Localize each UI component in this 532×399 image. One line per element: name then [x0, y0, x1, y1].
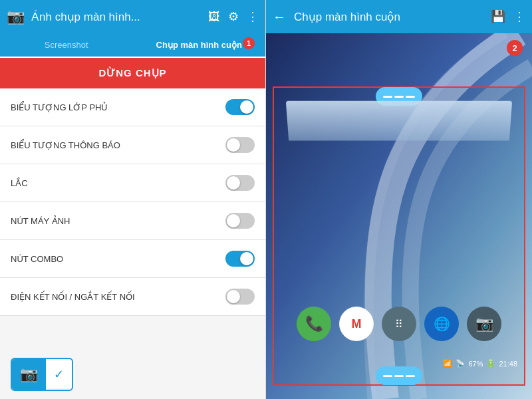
battery-icon: 🔋 — [486, 359, 495, 368]
setting-row-overlay-icon: BIỂU TƯỢNG LỚP PHỦ — [0, 88, 265, 126]
setting-label-connect: ĐIỆN KẾT NỐI / NGẮT KẾT NỐI — [11, 292, 135, 302]
left-footer: 📷 ✓ — [0, 350, 265, 399]
toggle-combo-btn[interactable] — [225, 251, 255, 267]
status-bar: 📶 📡 67% 🔋 21:48 — [274, 359, 524, 368]
setting-row-combo-btn: NÚT COMBO — [0, 240, 265, 278]
tab-bar: Screenshot Chụp màn hình cuộn 1 — [0, 33, 265, 58]
setting-row-connect: ĐIỆN KẾT NỐI / NGẮT KẾT NỐI — [0, 278, 265, 316]
camera-icon: 📷 — [7, 8, 25, 25]
app-icons-row: 📞 M ⠿ 🌐 📷 — [274, 307, 524, 341]
settings-icon[interactable]: ⚙ — [228, 9, 239, 24]
setting-row-shake: LẮC — [0, 164, 265, 202]
chrome-app-icon[interactable]: 🌐 — [424, 307, 459, 341]
camera-app-icon[interactable]: 📷 — [467, 307, 501, 341]
apps-icon[interactable]: ⠿ — [382, 307, 416, 341]
time-display: 21:48 — [499, 360, 517, 368]
gmail-app-icon[interactable]: M — [339, 307, 374, 341]
capture-handle-bottom[interactable] — [376, 366, 422, 385]
toggle-notification-icon[interactable] — [225, 137, 255, 153]
handle-line-6 — [406, 375, 415, 377]
left-header-title: Ảnh chụp màn hình... — [31, 10, 201, 24]
page-fold-image — [286, 101, 512, 141]
right-more-icon[interactable]: ⋮ — [513, 9, 525, 24]
left-header: 📷 Ảnh chụp màn hình... 🖼 ⚙ ⋮ — [0, 0, 265, 33]
tab-badge: 1 — [243, 37, 255, 49]
settings-list: BIỂU TƯỢNG LỚP PHỦ BIỂU TƯỢNG THÔNG BÁO … — [0, 88, 265, 350]
phone-app-icon[interactable]: 📞 — [297, 307, 331, 341]
setting-label-combo-btn: NÚT COMBO — [11, 254, 63, 264]
setting-label-shake: LẮC — [11, 178, 28, 188]
right-panel: ← Chụp màn hình cuộn 💾 ⋮ — [266, 0, 532, 399]
tab-screenshot[interactable]: Screenshot — [0, 33, 133, 57]
more-icon[interactable]: ⋮ — [247, 9, 259, 24]
toggle-overlay-icon[interactable] — [225, 99, 255, 115]
battery-percent: 67% — [468, 360, 483, 368]
left-header-icons: 🖼 ⚙ ⋮ — [208, 9, 259, 24]
setting-label-camera-btn: NÚT MÁY ẢNH — [11, 216, 70, 226]
right-header: ← Chụp màn hình cuộn 💾 ⋮ — [266, 0, 532, 33]
handle-line-5 — [394, 375, 404, 377]
capture-area: 📞 M ⠿ 🌐 📷 📶 📡 67% 🔋 21:48 — [273, 86, 525, 386]
footer-icon-box: 📷 ✓ — [11, 358, 73, 391]
toggle-shake[interactable] — [225, 175, 255, 191]
setting-label-notification: BIỂU TƯỢNG THÔNG BÁO — [11, 140, 120, 150]
page-fold — [274, 88, 524, 141]
setting-label-overlay: BIỂU TƯỢNG LỚP PHỦ — [11, 102, 108, 112]
handle-line-4 — [383, 375, 392, 377]
phone-screen: 2 📞 M ⠿ 🌐 📷 📶 — [266, 33, 532, 399]
save-icon[interactable]: 💾 — [491, 9, 505, 24]
wifi-icon: 📶 — [443, 359, 452, 368]
right-header-icons: 💾 ⋮ — [491, 9, 525, 24]
setting-row-camera-btn: NÚT MÁY ẢNH — [0, 202, 265, 240]
tab-scroll-capture[interactable]: Chụp màn hình cuộn 1 — [133, 33, 266, 57]
back-arrow-icon[interactable]: ← — [273, 9, 286, 25]
left-panel: 📷 Ảnh chụp màn hình... 🖼 ⚙ ⋮ Screenshot … — [0, 0, 266, 399]
setting-row-notification-icon: BIỂU TƯỢNG THÔNG BÁO — [0, 126, 265, 164]
toggle-connect[interactable] — [225, 289, 255, 305]
stop-capture-button[interactable]: DỪNG CHỤP — [0, 58, 265, 88]
step-badge-2: 2 — [507, 40, 523, 56]
right-header-title: Chụp màn hình cuộn — [294, 10, 483, 24]
signal-icon: 📡 — [456, 359, 465, 368]
footer-check-icon[interactable]: ✓ — [46, 360, 72, 388]
toggle-camera-btn[interactable] — [225, 213, 255, 229]
footer-camera-icon: 📷 — [12, 359, 46, 390]
gallery-icon[interactable]: 🖼 — [208, 10, 220, 24]
